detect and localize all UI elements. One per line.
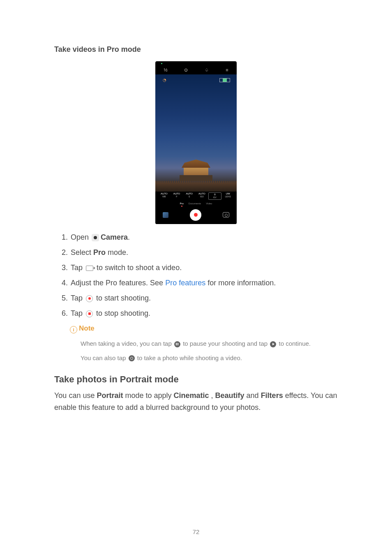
page-number: 72 [0,528,392,535]
portrait-paragraph: You can use Portrait mode to apply Cinem… [54,390,338,414]
timer-icon: ◔ [163,78,166,82]
camera-icon [92,234,99,241]
note-heading: iNote [70,324,338,333]
step-2: Select Pro mode. [70,248,338,257]
step-4: Adjust the Pro features. See Pro feature… [70,279,338,287]
step-1: Open Camera. [70,233,338,242]
step-3: Tap to switch to shoot a video. [70,264,338,272]
info-icon: i [70,326,77,333]
note-line-1: When taking a video, you can tap to paus… [81,339,338,349]
step-5: Tap to start shooting. [70,294,338,303]
level-indicator [219,78,230,82]
step-6: Tap to stop shooting. [70,309,338,318]
pause-icon [174,341,180,347]
play-icon [270,341,276,347]
section-heading-1: Take videos in Pro mode [54,45,338,54]
note-line-2: You can also tap to take a photo while s… [81,354,338,363]
steps-list: Open Camera. Select Pro mode. Tap to swi… [54,233,338,318]
phone-screenshot: ½⊙♤≡ ◔ AUTOWBAUTOFAUTOSAUTOISO0EVUWLENS … [155,61,237,224]
record-icon [86,295,93,302]
gallery-thumb [163,212,168,218]
stop-icon [86,310,93,317]
pro-features-link[interactable]: Pro features [165,279,205,287]
section-heading-2: Take photos in Portrait mode [54,374,338,385]
camera-switch-icon [223,212,229,217]
photo-icon [129,355,135,361]
video-switch-icon [86,266,93,271]
shutter-button [190,209,201,221]
